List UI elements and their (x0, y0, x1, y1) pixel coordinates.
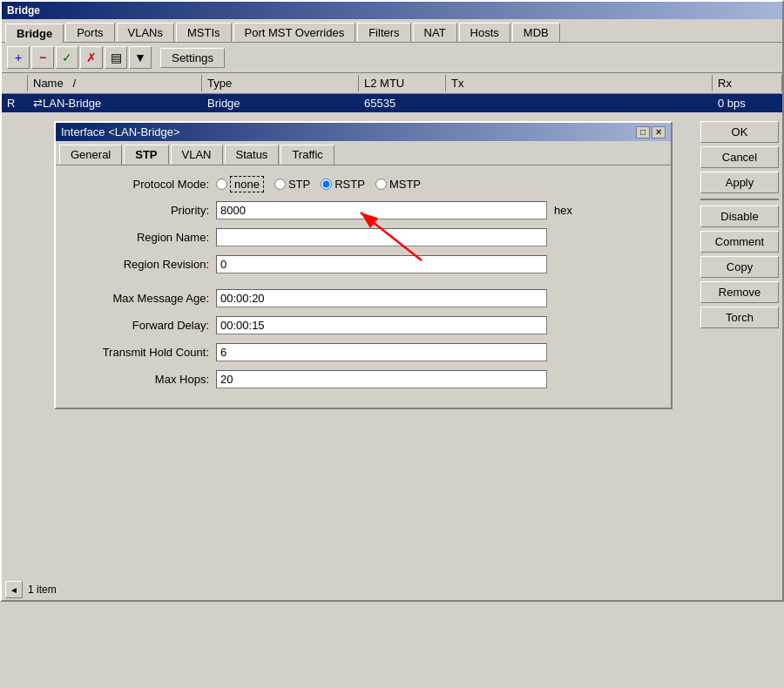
row-type: Bridge (202, 95, 359, 111)
max-hops-label: Max Hops: (70, 373, 209, 386)
dialog-restore-button[interactable]: □ (636, 126, 650, 138)
right-buttons: OK Cancel Apply Disable Comment Copy Rem… (700, 121, 779, 328)
region-name-input[interactable] (216, 228, 547, 246)
remove-btn[interactable]: Remove (700, 281, 779, 303)
dialog-tab-traffic[interactable]: Traffic (280, 145, 334, 165)
max-hops-row: Max Hops: (70, 370, 657, 388)
dialog-title-text: Interface <LAN-Bridge> (61, 125, 180, 138)
tab-hosts[interactable]: Hosts (459, 23, 510, 42)
move-button[interactable]: ▤ (105, 46, 127, 69)
transmit-hold-count-label: Transmit Hold Count: (70, 346, 209, 359)
max-message-age-row: Max Message Age: (70, 289, 657, 307)
transmit-hold-count-row: Transmit Hold Count: (70, 343, 657, 361)
radio-mstp[interactable] (375, 179, 387, 190)
priority-label: Priority: (70, 204, 209, 217)
priority-input[interactable] (216, 201, 547, 219)
tab-mstis[interactable]: MSTIs (176, 23, 232, 42)
dialog-tab-stp[interactable]: STP (124, 145, 168, 165)
dialog-close-button[interactable]: ✕ (652, 126, 666, 138)
dialog-body: Protocol Mode: none STP RSTP (56, 165, 671, 408)
dialog-title-buttons: □ ✕ (636, 126, 666, 138)
scroll-left-button[interactable]: ◄ (5, 581, 23, 598)
main-window: Bridge Bridge Ports VLANs MSTIs Port MST… (0, 0, 784, 602)
dialog-tab-status[interactable]: Status (225, 145, 280, 165)
interface-dialog: Interface <LAN-Bridge> □ ✕ General STP V… (54, 121, 672, 409)
radio-stp-label: STP (288, 178, 310, 191)
tab-filters[interactable]: Filters (357, 23, 410, 42)
col-header-l2mtu: L2 MTU (359, 75, 446, 91)
dialog-tabs: General STP VLAN Status Traffic (56, 141, 671, 165)
tab-nat[interactable]: NAT (413, 23, 457, 42)
ok-button[interactable]: OK (700, 121, 779, 143)
tab-vlans[interactable]: VLANs (117, 23, 174, 42)
col-header-rx: Rx (713, 75, 782, 91)
row-l2mtu: 65535 (359, 95, 446, 111)
cancel-toolbar-button[interactable]: ✗ (80, 46, 103, 69)
filter-button[interactable]: ▼ (129, 46, 152, 69)
forward-delay-input[interactable] (216, 316, 547, 334)
disable-button[interactable]: Disable (700, 206, 779, 227)
col-header-name: Name / (28, 75, 202, 91)
main-content: Interface <LAN-Bridge> □ ✕ General STP V… (2, 112, 782, 600)
copy-button[interactable]: Copy (700, 256, 779, 278)
priority-hex-label: hex (554, 204, 572, 217)
protocol-mode-label: Protocol Mode: (70, 178, 209, 191)
tab-port-mst-overrides[interactable]: Port MST Overrides (233, 23, 356, 42)
torch-button[interactable]: Torch (700, 307, 779, 328)
main-tabs-bar: Bridge Ports VLANs MSTIs Port MST Overri… (2, 19, 782, 43)
dialog-tab-general[interactable]: General (59, 145, 122, 165)
radio-rstp-label: RSTP (335, 178, 365, 191)
apply-button[interactable]: Apply (700, 172, 779, 193)
tab-ports[interactable]: Ports (65, 23, 114, 42)
radio-mstp-label: MSTP (389, 178, 421, 191)
radio-rstp-item[interactable]: RSTP (321, 178, 365, 191)
settings-button[interactable]: Settings (160, 48, 225, 68)
radio-rstp[interactable] (321, 179, 332, 190)
max-hops-input[interactable] (216, 370, 547, 388)
cancel-button[interactable]: Cancel (700, 146, 779, 168)
row-rx: 0 bps (713, 95, 782, 111)
region-revision-label: Region Revision: (70, 258, 209, 271)
region-name-row: Region Name: (70, 228, 657, 246)
table-row[interactable]: R ⇄LAN-Bridge Bridge 65535 0 bps (2, 94, 782, 112)
radio-stp[interactable] (274, 179, 286, 190)
row-name: ⇄LAN-Bridge (28, 95, 202, 111)
protocol-mode-row: Protocol Mode: none STP RSTP (70, 176, 657, 192)
comment-button[interactable]: Comment (700, 231, 779, 253)
col-header-tx: Tx (446, 75, 713, 91)
radio-none-item[interactable]: none (216, 176, 264, 192)
max-message-age-input[interactable] (216, 289, 547, 307)
row-tx (446, 95, 713, 111)
toolbar: + − ✓ ✗ ▤ ▼ Settings (2, 43, 782, 73)
title-bar: Bridge (2, 2, 782, 19)
table-header: Name / Type L2 MTU Tx Rx (2, 73, 782, 94)
radio-mstp-item[interactable]: MSTP (375, 178, 421, 191)
col-header-flag (2, 75, 28, 91)
dialog-tab-vlan[interactable]: VLAN (171, 145, 223, 165)
items-count: 1 item (28, 583, 57, 596)
window-title: Bridge (7, 4, 40, 17)
priority-row: Priority: hex (70, 201, 657, 219)
dialog-title-bar: Interface <LAN-Bridge> □ ✕ (56, 123, 671, 141)
region-name-label: Region Name: (70, 231, 209, 244)
row-flag: R (2, 95, 28, 111)
status-area: ◄ 1 item (2, 579, 60, 600)
radio-none[interactable] (216, 179, 227, 190)
forward-delay-label: Forward Delay: (70, 319, 209, 332)
add-button[interactable]: + (7, 46, 30, 69)
region-revision-row: Region Revision: (70, 255, 657, 273)
protocol-mode-radio-group: none STP RSTP MSTP (216, 176, 421, 192)
apply-toolbar-button[interactable]: ✓ (56, 46, 78, 69)
radio-stp-item[interactable]: STP (274, 178, 310, 191)
tab-mdb[interactable]: MDB (512, 23, 560, 42)
forward-delay-row: Forward Delay: (70, 316, 657, 334)
transmit-hold-count-input[interactable] (216, 343, 547, 361)
radio-none-label: none (230, 176, 264, 192)
max-message-age-label: Max Message Age: (70, 292, 209, 305)
tab-bridge[interactable]: Bridge (5, 24, 64, 43)
col-header-type: Type (202, 75, 359, 91)
region-revision-input[interactable] (216, 255, 547, 273)
remove-button[interactable]: − (31, 46, 54, 69)
